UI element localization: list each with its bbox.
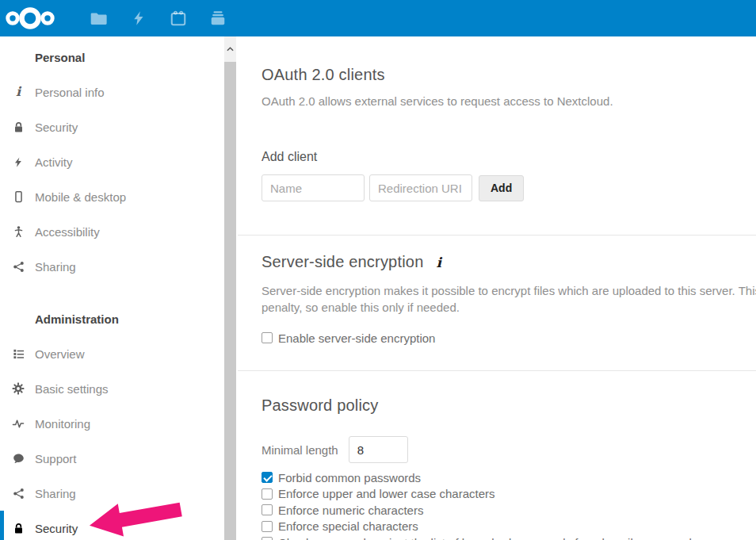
activity-lightning-icon — [131, 10, 147, 27]
sidebar-item-admin-sharing[interactable]: Sharing — [0, 476, 238, 511]
encryption-title: Server-side encryption — [262, 253, 424, 271]
oauth-description: OAuth 2.0 allows external services to re… — [262, 93, 756, 109]
top-header — [0, 0, 756, 36]
enforce-case-row[interactable]: Enforce upper and lower case characters — [262, 486, 756, 502]
settings-sidebar: Personal i Personal info Security Activi… — [0, 36, 238, 540]
minimal-length-row: Minimal length — [262, 436, 756, 463]
sidebar-item-basic-settings[interactable]: Basic settings — [0, 371, 238, 406]
files-app-button[interactable] — [79, 0, 119, 36]
phone-icon — [12, 190, 25, 203]
lightning-icon — [12, 155, 25, 168]
sidebar-item-support[interactable]: Support — [0, 441, 238, 476]
sidebar-item-mobile-desktop[interactable]: Mobile & desktop — [0, 179, 238, 214]
enable-encryption-label: Enable server-side encryption — [278, 331, 435, 345]
scrollbar-thumb[interactable] — [224, 62, 236, 540]
sidebar-scrollbar[interactable] — [224, 36, 236, 540]
lock-icon — [12, 121, 25, 133]
accessibility-person-icon — [12, 225, 25, 238]
encryption-description: Server-side encryption makes it possible… — [262, 282, 756, 316]
sidebar-item-admin-security[interactable]: Security — [0, 511, 238, 540]
enable-encryption-checkbox[interactable] — [262, 332, 273, 343]
lock-icon — [12, 522, 25, 534]
minimal-length-input[interactable] — [349, 436, 408, 463]
sidebar-heading-administration: Administration — [0, 301, 238, 336]
activity-app-button[interactable] — [119, 0, 158, 36]
add-client-form: Add — [262, 174, 756, 201]
enforce-case-checkbox[interactable] — [262, 488, 273, 500]
haveibeenpwned-checkbox[interactable] — [262, 537, 273, 540]
pulse-icon — [12, 417, 25, 430]
chevron-up-icon — [227, 47, 234, 52]
sidebar-item-personal-sharing[interactable]: Sharing — [0, 249, 238, 284]
deck-stack-icon — [209, 10, 227, 27]
files-folder-icon — [90, 10, 108, 27]
client-name-input[interactable] — [262, 174, 365, 201]
oauth-title: OAuth 2.0 clients — [262, 66, 756, 84]
enforce-numeric-checkbox[interactable] — [262, 504, 273, 515]
scrollbar-up-button[interactable] — [224, 36, 236, 61]
sidebar-item-accessibility[interactable]: Accessibility — [0, 214, 238, 249]
enforce-special-checkbox[interactable] — [262, 521, 273, 532]
sidebar-item-personal-info[interactable]: i Personal info — [0, 75, 238, 109]
sidebar-item-overview[interactable]: Overview — [0, 336, 238, 371]
forbid-common-passwords-checkbox[interactable] — [262, 472, 273, 483]
enable-encryption-checkbox-row[interactable]: Enable server-side encryption — [262, 330, 756, 346]
forbid-common-passwords-row[interactable]: Forbid common passwords — [262, 469, 756, 485]
nextcloud-logo-icon — [6, 6, 55, 31]
encryption-section: Server-side encryption i Server-side enc… — [262, 236, 756, 370]
nextcloud-logo[interactable] — [0, 0, 60, 36]
sidebar-item-personal-security[interactable]: Security — [0, 109, 238, 144]
haveibeenpwned-row[interactable]: Check password against the list of breac… — [262, 534, 756, 540]
password-policy-section: Password policy Minimal length Forbid co… — [262, 371, 756, 540]
enforce-special-row[interactable]: Enforce special characters — [262, 519, 756, 534]
info-icon[interactable]: i — [437, 255, 441, 270]
share-icon — [12, 260, 25, 273]
add-client-label: Add client — [262, 150, 756, 164]
add-client-button[interactable]: Add — [479, 175, 524, 201]
share-icon — [12, 487, 25, 500]
info-icon: i — [12, 86, 25, 98]
gear-icon — [12, 382, 25, 395]
sidebar-heading-personal: Personal — [0, 40, 238, 75]
speech-bubble-icon — [12, 452, 25, 465]
password-policy-title: Password policy — [262, 396, 756, 415]
settings-content: OAuth 2.0 clients OAuth 2.0 allows exter… — [238, 36, 756, 540]
calendar-app-button[interactable] — [158, 0, 198, 36]
enforce-numeric-row[interactable]: Enforce numeric characters — [262, 502, 756, 518]
redirection-uri-input[interactable] — [369, 174, 472, 201]
password-policy-checkbox-list: Forbid common passwords Enforce upper an… — [262, 469, 756, 540]
calendar-icon — [170, 10, 187, 27]
sidebar-item-monitoring[interactable]: Monitoring — [0, 406, 238, 441]
oauth-section: OAuth 2.0 clients OAuth 2.0 allows exter… — [262, 36, 756, 235]
minimal-length-label: Minimal length — [262, 443, 338, 457]
app-navigation — [60, 0, 238, 36]
sidebar-item-activity[interactable]: Activity — [0, 144, 238, 179]
list-overview-icon — [12, 347, 25, 360]
deck-app-button[interactable] — [198, 0, 238, 36]
